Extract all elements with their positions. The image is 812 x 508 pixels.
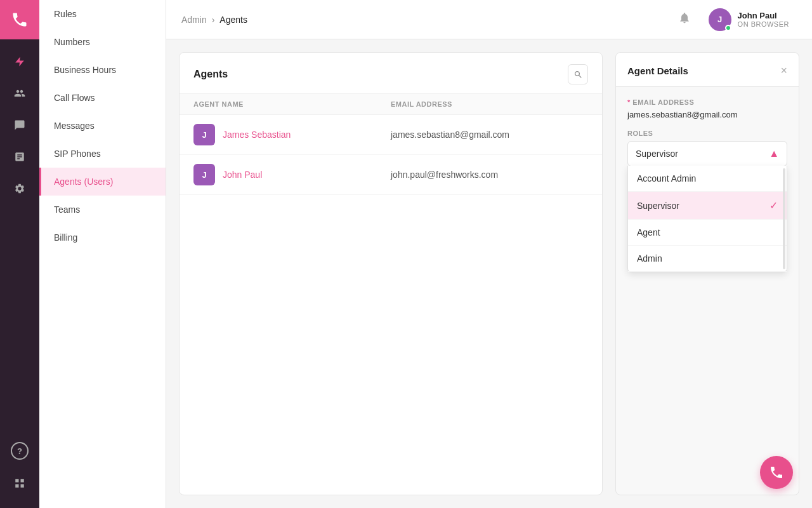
icon-bar-item-chart[interactable] bbox=[6, 144, 33, 170]
icon-bar-item-chat[interactable] bbox=[6, 112, 33, 138]
roles-option-account-admin[interactable]: Account Admin bbox=[628, 166, 787, 192]
email-label: * EMAIL ADDRESS bbox=[627, 98, 787, 106]
online-indicator bbox=[725, 25, 731, 31]
sidebar-item-rules[interactable]: Rules bbox=[39, 0, 166, 28]
app-logo[interactable] bbox=[0, 0, 39, 39]
content-area: Agents AGENT NAME EMAIL ADDRESS J James … bbox=[166, 39, 812, 508]
agents-panel: Agents AGENT NAME EMAIL ADDRESS J James … bbox=[179, 52, 603, 495]
avatar: J bbox=[193, 124, 215, 145]
breadcrumb: Admin › Agents bbox=[181, 15, 247, 25]
icon-bar: ? bbox=[0, 0, 39, 508]
roles-label: ROLES bbox=[627, 130, 787, 137]
sidebar-item-billing[interactable]: Billing bbox=[39, 224, 166, 251]
breadcrumb-arrow: › bbox=[212, 15, 215, 25]
user-badge: J John Paul ON BROWSER bbox=[701, 4, 797, 35]
scrollbar bbox=[783, 168, 785, 269]
agents-header: Agents bbox=[180, 53, 602, 94]
header-email: EMAIL ADDRESS bbox=[391, 100, 588, 108]
sidebar-item-numbers[interactable]: Numbers bbox=[39, 28, 166, 56]
sidebar-item-business-hours[interactable]: Business Hours bbox=[39, 56, 166, 84]
agent-name-cell: J John Paul bbox=[193, 164, 391, 185]
roles-selected-label: Supervisor bbox=[636, 149, 678, 159]
icon-bar-item-users[interactable] bbox=[6, 80, 33, 107]
search-button[interactable] bbox=[568, 64, 588, 84]
agent-details-panel: Agent Details × * EMAIL ADDRESS james.se… bbox=[615, 52, 799, 495]
roles-option-supervisor[interactable]: Supervisor ✓ bbox=[628, 192, 787, 220]
user-name: John Paul bbox=[738, 11, 789, 20]
agents-title: Agents bbox=[193, 69, 228, 80]
details-title: Agent Details bbox=[627, 65, 688, 76]
sidebar-item-call-flows[interactable]: Call Flows bbox=[39, 84, 166, 112]
breadcrumb-current: Agents bbox=[219, 15, 247, 25]
table-header: AGENT NAME EMAIL ADDRESS bbox=[180, 94, 602, 115]
roles-options-list: Account Admin Supervisor ✓ Agent Admin bbox=[627, 166, 787, 272]
check-icon: ✓ bbox=[769, 199, 778, 211]
topbar: Admin › Agents J John Paul ON BROWSER bbox=[166, 0, 812, 39]
roles-option-agent[interactable]: Agent bbox=[628, 220, 787, 246]
email-field-group: * EMAIL ADDRESS james.sebastian8@gmail.c… bbox=[627, 98, 787, 119]
agent-name: John Paul bbox=[223, 170, 262, 180]
main-area: Admin › Agents J John Paul ON BROWSER bbox=[166, 0, 812, 508]
details-body: * EMAIL ADDRESS james.sebastian8@gmail.c… bbox=[616, 87, 799, 495]
agent-name: James Sebastian bbox=[223, 130, 291, 140]
topbar-right: J John Paul ON BROWSER bbox=[678, 4, 797, 35]
phone-fab-button[interactable] bbox=[760, 456, 793, 489]
header-agent-name: AGENT NAME bbox=[193, 100, 391, 108]
roles-arrow-icon: ▲ bbox=[769, 148, 779, 159]
sidebar-item-agents-users[interactable]: Agents (Users) bbox=[39, 168, 166, 196]
icon-bar-item-gear[interactable] bbox=[6, 175, 33, 202]
icon-bar-bottom: ? bbox=[6, 439, 33, 499]
roles-field-group: ROLES Supervisor ▲ Account Admin Supervi… bbox=[627, 130, 787, 166]
sidebar: Rules Numbers Business Hours Call Flows … bbox=[39, 0, 166, 508]
sidebar-item-sip-phones[interactable]: SIP Phones bbox=[39, 140, 166, 168]
table-row[interactable]: J John Paul john.paul@freshworks.com bbox=[180, 155, 602, 195]
agent-email: john.paul@freshworks.com bbox=[391, 170, 588, 180]
required-marker: * bbox=[627, 98, 631, 106]
icon-bar-item-grid[interactable] bbox=[6, 470, 33, 497]
agent-name-cell: J James Sebastian bbox=[193, 124, 391, 145]
icon-bar-item-bolt[interactable] bbox=[6, 48, 33, 75]
roles-option-admin[interactable]: Admin bbox=[628, 246, 787, 272]
notification-bell[interactable] bbox=[678, 11, 691, 27]
roles-dropdown[interactable]: Supervisor ▲ Account Admin Supervisor ✓ bbox=[627, 141, 787, 166]
agents-table: AGENT NAME EMAIL ADDRESS J James Sebasti… bbox=[180, 94, 602, 495]
breadcrumb-root: Admin bbox=[181, 15, 207, 25]
agent-email: james.sebastian8@gmail.com bbox=[391, 130, 588, 140]
sidebar-item-teams[interactable]: Teams bbox=[39, 196, 166, 224]
user-info: John Paul ON BROWSER bbox=[738, 11, 789, 28]
table-row[interactable]: J James Sebastian james.sebastian8@gmail… bbox=[180, 115, 602, 155]
close-button[interactable]: × bbox=[780, 64, 787, 77]
details-header: Agent Details × bbox=[616, 53, 799, 87]
email-value: james.sebastian8@gmail.com bbox=[627, 110, 787, 119]
sidebar-item-messages[interactable]: Messages bbox=[39, 112, 166, 140]
roles-selected-value[interactable]: Supervisor ▲ bbox=[628, 142, 787, 166]
avatar: J bbox=[193, 164, 215, 185]
user-status: ON BROWSER bbox=[738, 20, 789, 28]
icon-bar-item-help[interactable]: ? bbox=[11, 442, 29, 460]
avatar: J bbox=[709, 8, 731, 31]
